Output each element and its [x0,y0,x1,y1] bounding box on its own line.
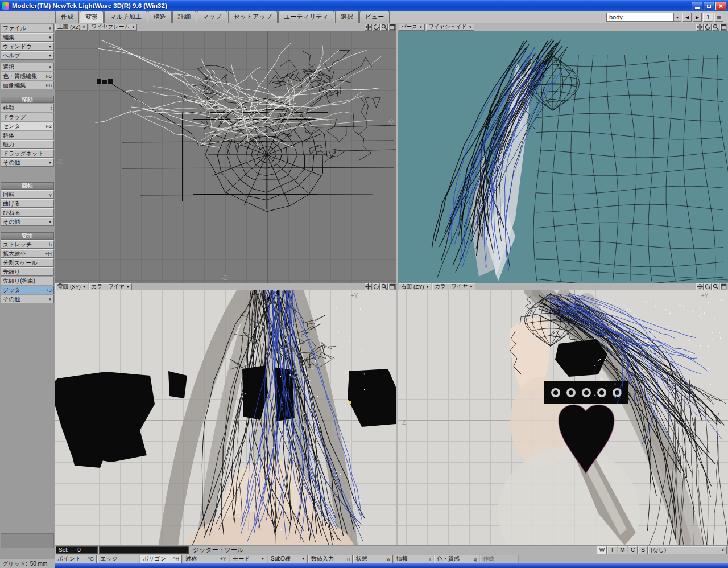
tool-jitter[interactable]: ジッター+J [1,286,54,294]
tool-center[interactable]: センターF2 [1,122,54,130]
tool-rotate-more[interactable]: その他▼ [1,217,54,226]
tool-rotate[interactable]: 回転y [1,190,54,199]
render-mode-dropdown[interactable]: カラーワイヤ ▼ [432,283,475,290]
vmap-texture-button[interactable]: T [607,546,617,554]
zoom-icon[interactable] [380,24,388,31]
polygon-mode-button[interactable]: ポリゴン^H [140,555,182,563]
tool-twist[interactable]: ひねる [1,208,54,217]
close-button[interactable]: × [715,2,726,10]
restore-button[interactable] [704,2,714,10]
render-mode-dropdown[interactable]: ワイヤシェイド ▼ [426,24,474,31]
vmap-morph-button[interactable]: M [618,546,627,554]
tab-modify[interactable]: 変形 [80,11,104,23]
tab-utilities[interactable]: ユーティリティ [278,11,334,23]
pan-icon[interactable] [365,283,372,290]
tool-dragnet[interactable]: ドラッグネット [1,149,54,158]
rotate-icon[interactable] [704,24,712,31]
tool-bend[interactable]: 曲げる [1,199,54,208]
layer-number-button[interactable]: 1 [703,13,713,22]
pan-icon[interactable] [365,24,372,31]
zoom-icon[interactable] [380,283,388,290]
tab-multiply[interactable]: マルチ加工 [104,11,147,23]
tool-drag[interactable]: ドラッグ [1,113,54,121]
vmap-selection-button[interactable]: S [638,546,648,554]
surface-button[interactable]: 色・質感q [434,555,479,563]
view-type-dropdown[interactable]: 右面 (ZY) ▼ [399,283,431,290]
button-label: 情報 [396,555,408,563]
tool-transform-more[interactable]: その他▼ [1,295,54,303]
mode-dropdown[interactable]: モード▼ [230,555,267,563]
viewport-bottom-left: 背面 (XY) ▼ カラーワイヤ ▼ +Y [55,283,396,545]
tab-view[interactable]: ビュー [359,11,390,23]
maximize-icon[interactable] [720,24,727,31]
shortcut-label: F2 [46,124,52,129]
chevron-down-icon[interactable]: ▼ [673,13,681,21]
view-type-dropdown[interactable]: パース ▼ [399,24,425,31]
viewport-canvas-back[interactable] [55,290,396,545]
tab-detail[interactable]: 詳細 [172,11,196,23]
tab-setup[interactable]: セットアップ [228,11,278,23]
sidebar-menu-select[interactable]: 選択▼ [1,63,54,71]
subd-type-dropdown[interactable]: SubD種▼ [268,555,308,563]
chevron-down-icon: ▼ [425,285,429,289]
minimize-button[interactable] [692,2,702,10]
viewport-canvas-right[interactable] [398,290,728,545]
tool-move-more[interactable]: その他▼ [1,158,54,167]
render-mode-dropdown[interactable]: カラーワイヤ ▼ [89,283,132,290]
info-button[interactable]: 情報i [394,555,433,563]
tool-magnet[interactable]: 磁力 [1,140,54,149]
tool-shear[interactable]: 斜体 [1,131,54,139]
sidebar-menu-window[interactable]: ウィンドウ▼ [1,42,54,51]
statistics-button[interactable]: 状態w [353,555,393,563]
vmap-selector[interactable]: (なし) ▼ [648,546,727,554]
viewport-canvas-perspective[interactable] [398,31,728,283]
vmap-weight-button[interactable]: W [597,546,607,554]
symmetry-button[interactable]: 対称+Y [183,555,229,563]
tab-selection[interactable]: 選択 [335,11,359,23]
tool-size[interactable]: 拡大縮小+H [1,249,54,258]
maximize-icon[interactable] [720,283,727,290]
vmap-color-button[interactable]: C [628,546,638,554]
rotate-icon[interactable] [704,283,712,290]
grid-size-label: グリッド: [2,560,27,568]
viewport-canvas-top[interactable] [55,31,396,283]
prev-layer-button[interactable]: ◀ [682,13,692,22]
tool-segment-scale[interactable]: 分割スケール [1,258,54,267]
view-type-dropdown[interactable]: 背面 (XY) ▼ [55,283,88,290]
sidebar-menu-file[interactable]: ファイル▼ [1,24,54,32]
rotate-icon[interactable] [373,283,380,290]
tab-construct[interactable]: 構造 [148,11,172,23]
object-selector-value: body [609,14,623,20]
titlebar[interactable]: Modeler(TM) NewTek LightWave 3D(R) 9.6 (… [0,0,728,11]
surface-editor-button[interactable]: 色・質感編集F5 [1,72,54,80]
image-editor-button[interactable]: 画像編集F6 [1,81,54,89]
tool-taper-constraint[interactable]: 先細り(拘束) [1,277,54,285]
point-mode-button[interactable]: ポイント^G [55,555,97,563]
minimize-icon [695,7,700,9]
shortcut-label: ^H [173,556,179,562]
pan-icon[interactable] [696,283,704,290]
button-label: 状態 [356,555,367,563]
pan-icon[interactable] [696,24,704,31]
object-selector[interactable]: body ▼ [606,13,681,22]
zoom-icon[interactable] [712,283,719,290]
layer-panel-icon[interactable]: ▦ [714,13,723,22]
sidebar-menu-edit[interactable]: 編集▼ [1,33,54,42]
maximize-icon[interactable] [388,24,396,31]
view-type-dropdown[interactable]: 上面 (XZ) ▼ [55,24,88,31]
tool-move[interactable]: 移動t [1,104,54,112]
tool-taper[interactable]: 先細り [1,267,54,276]
tool-stretch[interactable]: ストレッチh [1,240,54,249]
tab-create[interactable]: 作成 [55,11,79,23]
edge-mode-button[interactable]: エッジ [97,555,139,563]
chevron-down-icon: ▼ [48,161,52,164]
tab-map[interactable]: マップ [197,11,228,23]
view-type-value: 背面 [57,283,68,290]
next-layer-button[interactable]: ▶ [693,13,702,22]
maximize-icon[interactable] [388,283,396,290]
rotate-icon[interactable] [373,24,380,31]
render-mode-dropdown[interactable]: ワイヤフレーム ▼ [89,24,137,31]
zoom-icon[interactable] [712,24,719,31]
sidebar-menu-help[interactable]: ヘルプ▼ [1,51,54,60]
numeric-input-button[interactable]: 数値入力n [308,555,353,563]
